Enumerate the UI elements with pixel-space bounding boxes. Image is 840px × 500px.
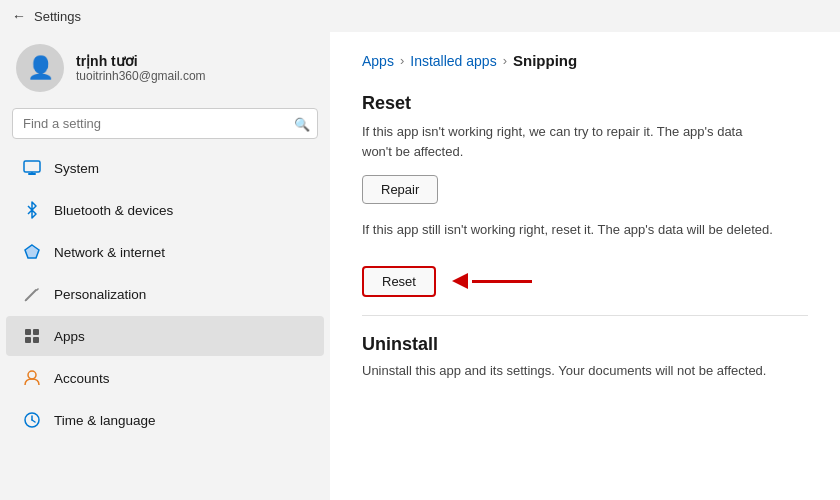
svg-line-4 — [26, 290, 36, 300]
reset-button[interactable]: Reset — [362, 266, 436, 297]
sidebar-label-system: System — [54, 161, 99, 176]
sidebar-label-time: Time & language — [54, 413, 156, 428]
user-email: tuoitrinh360@gmail.com — [76, 69, 206, 83]
content-area: Apps › Installed apps › Snipping Reset I… — [330, 32, 840, 500]
reset-section: Reset If this app isn't working right, w… — [362, 93, 808, 297]
time-icon — [22, 410, 42, 430]
reset-button-wrap: Reset — [362, 266, 532, 297]
svg-rect-0 — [24, 161, 40, 172]
svg-rect-8 — [25, 337, 31, 343]
svg-point-10 — [28, 371, 36, 379]
back-button[interactable]: ← — [12, 8, 26, 24]
reset-arrow-indicator — [452, 273, 532, 289]
avatar: 👤 — [16, 44, 64, 92]
breadcrumb-current: Snipping — [513, 52, 577, 69]
sidebar-item-apps[interactable]: Apps — [6, 316, 324, 356]
sidebar-label-personalization: Personalization — [54, 287, 146, 302]
sidebar-label-network: Network & internet — [54, 245, 165, 260]
breadcrumb-sep2: › — [503, 53, 507, 68]
search-box: 🔍 — [12, 108, 318, 139]
svg-rect-1 — [28, 173, 36, 175]
reset-desc1: If this app isn't working right, we can … — [362, 122, 808, 161]
section-divider — [362, 315, 808, 316]
search-icon: 🔍 — [294, 116, 310, 131]
username: trịnh tươi — [76, 53, 206, 69]
titlebar-title: Settings — [34, 9, 81, 24]
arrow-head-icon — [452, 273, 468, 289]
main-layout: 👤 trịnh tươi tuoitrinh360@gmail.com 🔍 Sy… — [0, 32, 840, 500]
sidebar-item-system[interactable]: System — [6, 148, 324, 188]
user-info: trịnh tươi tuoitrinh360@gmail.com — [76, 53, 206, 83]
search-input[interactable] — [12, 108, 318, 139]
breadcrumb-installed-apps[interactable]: Installed apps — [410, 53, 496, 69]
breadcrumb-apps[interactable]: Apps — [362, 53, 394, 69]
svg-rect-6 — [25, 329, 31, 335]
sidebar-label-bluetooth: Bluetooth & devices — [54, 203, 173, 218]
svg-rect-7 — [33, 329, 39, 335]
sidebar-item-network[interactable]: Network & internet — [6, 232, 324, 272]
personalization-icon — [22, 284, 42, 304]
bluetooth-icon — [22, 200, 42, 220]
sidebar-item-bluetooth[interactable]: Bluetooth & devices — [6, 190, 324, 230]
sidebar-item-time[interactable]: Time & language — [6, 400, 324, 440]
sidebar-item-accounts[interactable]: Accounts — [6, 358, 324, 398]
accounts-icon — [22, 368, 42, 388]
system-icon — [22, 158, 42, 178]
sidebar-label-accounts: Accounts — [54, 371, 110, 386]
titlebar: ← Settings — [0, 0, 840, 32]
apps-icon — [22, 326, 42, 346]
svg-marker-3 — [25, 245, 39, 258]
svg-rect-9 — [33, 337, 39, 343]
svg-line-13 — [32, 420, 35, 422]
uninstall-section: Uninstall Uninstall this app and its set… — [362, 334, 808, 381]
svg-line-5 — [25, 300, 26, 301]
repair-button[interactable]: Repair — [362, 175, 438, 204]
sidebar-item-personalization[interactable]: Personalization — [6, 274, 324, 314]
reset-title: Reset — [362, 93, 808, 114]
reset-desc3: If this app still isn't working right, r… — [362, 220, 808, 240]
user-profile: 👤 trịnh tươi tuoitrinh360@gmail.com — [0, 32, 330, 108]
uninstall-desc: Uninstall this app and its settings. You… — [362, 361, 808, 381]
arrow-line — [472, 280, 532, 283]
sidebar-label-apps: Apps — [54, 329, 85, 344]
breadcrumb: Apps › Installed apps › Snipping — [362, 52, 808, 69]
breadcrumb-sep1: › — [400, 53, 404, 68]
uninstall-title: Uninstall — [362, 334, 808, 355]
avatar-icon: 👤 — [27, 55, 54, 81]
network-icon — [22, 242, 42, 262]
sidebar: 👤 trịnh tươi tuoitrinh360@gmail.com 🔍 Sy… — [0, 32, 330, 500]
